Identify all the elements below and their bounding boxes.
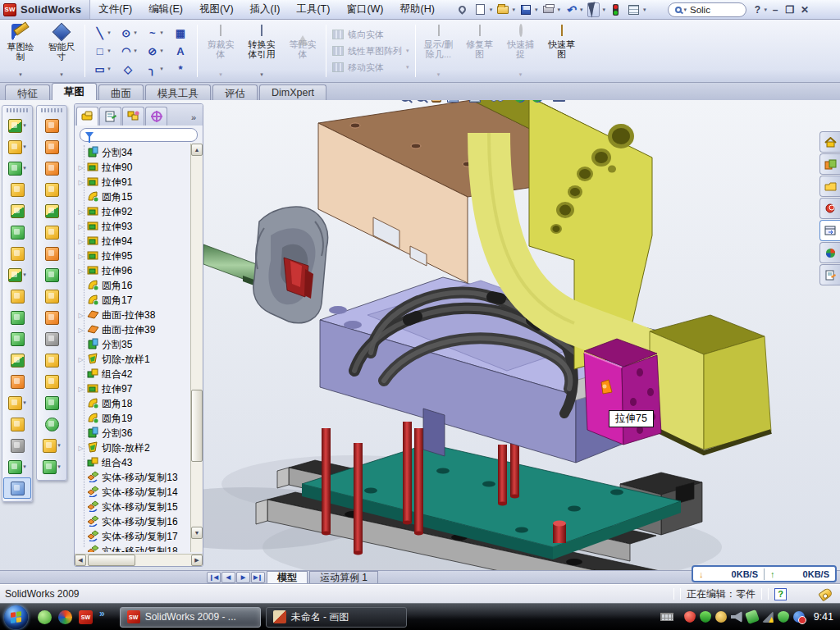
tab-propertymanager[interactable] (99, 107, 121, 126)
minimize-button[interactable]: – (768, 4, 783, 16)
tree-item[interactable]: 圆角15 (75, 189, 190, 204)
print-icon[interactable] (540, 2, 556, 17)
tree-item[interactable]: ▷拉伸92 (75, 204, 190, 219)
tree-item[interactable]: 圆角19 (75, 411, 190, 426)
tab-曲面[interactable]: 曲面 (98, 84, 144, 100)
智能尺寸-button[interactable]: 智能尺 寸▾ (41, 20, 82, 82)
tree-item[interactable]: 分割35 (75, 337, 190, 352)
arc-tool[interactable]: ◠▾ (116, 42, 140, 60)
volume-icon[interactable] (731, 611, 742, 623)
tree-item[interactable]: ▷拉伸96 (75, 263, 190, 278)
windows-update-icon[interactable] (715, 611, 727, 623)
menu-item-1[interactable]: 编辑(E) (140, 0, 191, 19)
polygon-tool[interactable]: ◇ (116, 60, 140, 78)
tree-vertical-scrollbar[interactable]: ▲ ▼ (190, 144, 203, 552)
expand-arrow-icon[interactable]: ▷ (77, 326, 84, 334)
快速草图-button[interactable]: 快速草 图 (541, 20, 582, 82)
search-input[interactable]: Solic (690, 5, 710, 15)
draft-button[interactable] (3, 221, 31, 243)
tree-item[interactable]: ▷拉伸90 (75, 160, 190, 175)
wireless-warning-icon[interactable] (762, 611, 774, 623)
taskbar-window-button[interactable]: SWSolidWorks 2009 - ... (120, 607, 261, 628)
lofted-boss-button[interactable] (38, 158, 66, 179)
ruled-surface-button[interactable] (38, 413, 66, 435)
menu-item-0[interactable]: 文件(F) (90, 0, 140, 19)
expand-arrow-icon[interactable]: ▷ (77, 445, 84, 452)
save-icon[interactable] (518, 2, 534, 17)
select-icon[interactable] (585, 2, 601, 17)
rib-button[interactable] (3, 285, 31, 307)
expand-arrow-icon[interactable]: ▷ (77, 179, 84, 186)
undo-icon[interactable]: ↶ (563, 2, 579, 17)
tree-item[interactable]: 组合43 (75, 455, 190, 470)
tree-item[interactable]: 实体-移动/复制14 (75, 485, 190, 500)
tree-item[interactable]: ▷切除-放样2 (75, 441, 190, 455)
spline-curve-button[interactable]: ▾ (3, 456, 31, 477)
expand-arrow-icon[interactable]: ▷ (77, 312, 84, 319)
shell-button[interactable] (3, 200, 31, 221)
menu-item-3[interactable]: 插入(I) (242, 0, 289, 19)
scroll-up-button[interactable]: ▲ (191, 144, 203, 156)
tree-item[interactable]: 实体-移动/复制18 (75, 544, 190, 552)
taskbar-clock[interactable]: 9:41 (814, 611, 833, 623)
spline-tool[interactable]: ~▾ (142, 24, 167, 42)
expand-arrow-icon[interactable]: ▷ (77, 223, 84, 231)
mirror-feature-button[interactable] (3, 307, 31, 328)
tree-item[interactable]: 实体-移动/复制13 (75, 470, 190, 485)
doc-tab-运动算例 1[interactable]: 运动算例 1 (309, 571, 378, 584)
chamfer-button[interactable] (3, 179, 31, 200)
security-alert-icon[interactable] (684, 611, 696, 623)
menu-item-5[interactable]: 窗口(W) (338, 0, 391, 19)
solidworks-resources-button[interactable] (819, 131, 840, 153)
tree-item[interactable]: 分割34 (75, 145, 190, 160)
freeform-button[interactable] (38, 264, 66, 285)
scrollbar-thumb[interactable] (88, 555, 135, 566)
sync-phone-icon[interactable] (745, 609, 760, 624)
scroll-right-button[interactable]: ▶ (191, 555, 203, 566)
rebuild-lights-icon[interactable] (608, 2, 624, 17)
rectangle-tool[interactable]: □▾ (89, 42, 114, 60)
tab-configurationmanager[interactable] (122, 107, 144, 126)
scroll-left-button[interactable]: ◀ (75, 555, 86, 566)
dashed-curve-button[interactable] (3, 435, 31, 456)
tree-item[interactable]: 组合42 (75, 367, 190, 381)
expand-arrow-icon[interactable]: ▷ (77, 208, 84, 216)
swept-boss-button[interactable] (38, 115, 66, 136)
antivirus-shield-icon[interactable] (700, 611, 711, 623)
wrap-button[interactable] (3, 243, 31, 264)
more-tabs-button[interactable]: » (186, 112, 201, 126)
filled-surface-button[interactable]: ▾ (38, 435, 66, 456)
text-tool[interactable]: A (168, 42, 193, 60)
last-tab-button[interactable]: ▶❙ (251, 572, 265, 583)
revolved-boss-button[interactable] (38, 136, 66, 158)
slot-tool[interactable]: ▭▾ (89, 60, 114, 78)
combine-bodies-button[interactable] (3, 349, 31, 371)
scrollbar-thumb[interactable] (191, 390, 203, 462)
deform-button[interactable] (3, 413, 31, 435)
drag-handle[interactable] (7, 108, 28, 112)
flex-button[interactable] (38, 307, 66, 328)
tree-item[interactable]: ▷曲面-拉伸38 (75, 308, 190, 322)
custom-properties-button[interactable] (819, 264, 840, 285)
trim-box-tool[interactable]: ▦ (168, 24, 193, 42)
solidworks-search-button[interactable] (819, 198, 840, 219)
tab-草图[interactable]: 草图 (52, 83, 97, 100)
first-tab-button[interactable]: ❙◀ (207, 572, 221, 583)
tab-DimXpert[interactable]: DimXpert (259, 84, 326, 100)
doc-tab-模型[interactable]: 模型 (267, 571, 308, 584)
tags-icon[interactable] (818, 587, 833, 601)
new-document-icon[interactable] (472, 2, 489, 17)
tree-item[interactable]: 实体-移动/复制16 (75, 514, 190, 529)
prev-tab-button[interactable]: ◀ (221, 572, 235, 583)
split-feature-button[interactable]: ▾ (3, 392, 31, 413)
expand-arrow-icon[interactable]: ▷ (77, 267, 84, 275)
ellipse-tool[interactable]: ⊘▾ (142, 42, 167, 60)
boundary-boss-button[interactable] (38, 179, 66, 200)
tree-item[interactable]: ▷拉伸91 (75, 175, 190, 189)
quick-tips-icon[interactable]: ? (774, 588, 787, 600)
tree-item[interactable]: 分割36 (75, 426, 190, 441)
tree-item[interactable]: 圆角18 (75, 396, 190, 411)
solidworks-icon[interactable]: SW (79, 610, 93, 624)
help-button[interactable]: ? (750, 4, 765, 16)
tree-item[interactable]: 圆角17 (75, 293, 190, 308)
